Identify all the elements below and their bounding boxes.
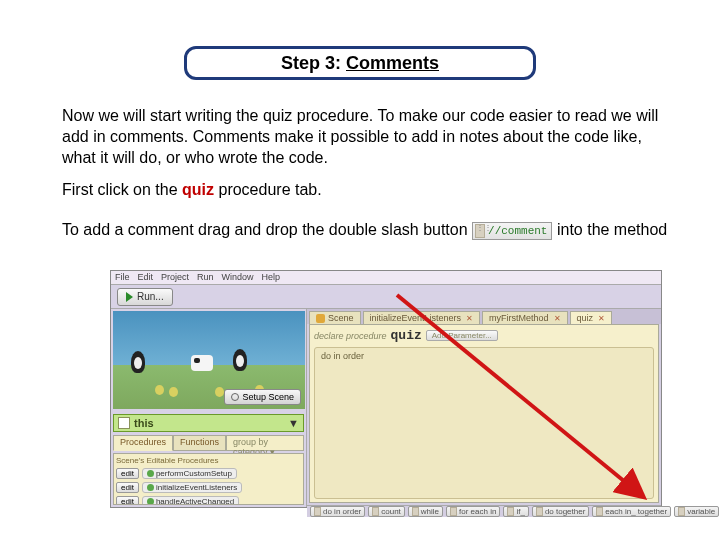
palette-if[interactable]: if_ xyxy=(503,506,528,517)
edit-button[interactable]: edit xyxy=(116,468,139,479)
scene-preview: Setup Scene xyxy=(113,311,305,409)
scene-icon xyxy=(316,314,325,323)
chevron-down-icon: ▼ xyxy=(288,417,299,429)
menu-item[interactable]: Run xyxy=(197,272,214,283)
tab-procedures[interactable]: Procedures xyxy=(113,435,173,451)
palette-count[interactable]: count xyxy=(368,506,405,517)
menu-item[interactable]: Window xyxy=(222,272,254,283)
procedure-list: Scene's Editable Procedures editperformC… xyxy=(113,453,304,505)
play-icon xyxy=(126,292,133,302)
edit-button[interactable]: edit xyxy=(116,482,139,493)
palette-do-together[interactable]: do together xyxy=(532,506,589,517)
quiz-word: quiz xyxy=(182,181,214,198)
menu-item[interactable]: Help xyxy=(262,272,281,283)
proc-row: editinitializeEventListeners xyxy=(116,481,301,494)
menu-item[interactable]: Edit xyxy=(138,272,154,283)
editor-tabs: Scene initializeEventListeners myFirstMe… xyxy=(307,309,661,324)
setup-scene-button[interactable]: Setup Scene xyxy=(224,389,301,405)
declare-line: declare procedure quiz Add Parameter... xyxy=(314,328,654,343)
step-label-prefix: Step 3: xyxy=(281,53,341,74)
intro-paragraph-2: First click on the quiz procedure tab. xyxy=(62,180,668,201)
tab-initialize-event-listeners[interactable]: initializeEventListeners xyxy=(363,311,481,324)
drag-grip-icon: ⋮⋮ xyxy=(475,224,485,238)
ide-right-panel: Scene initializeEventListeners myFirstMe… xyxy=(307,309,661,507)
step-label-word: Comments xyxy=(346,53,439,74)
palette-variable[interactable]: variable xyxy=(674,506,719,517)
proc-list-header: Scene's Editable Procedures xyxy=(116,456,301,465)
gear-icon xyxy=(231,393,239,401)
tab-functions[interactable]: Functions xyxy=(173,435,226,451)
add-parameter-button[interactable]: Add Parameter... xyxy=(426,330,498,341)
ide-menubar: File Edit Project Run Window Help xyxy=(111,271,661,285)
tab-scene[interactable]: Scene xyxy=(309,311,361,324)
comment-chip-inline: ⋮⋮ //comment xyxy=(472,222,552,240)
proc-pill[interactable]: performCustomSetup xyxy=(142,468,237,479)
edit-button[interactable]: edit xyxy=(116,496,139,505)
block-palette: do in order count while for each in if_ … xyxy=(307,505,661,517)
proc-row: edithandleActiveChanged xyxy=(116,495,301,505)
proc-pill[interactable]: initializeEventListeners xyxy=(142,482,242,493)
palette-do-in-order[interactable]: do in order xyxy=(310,506,365,517)
palette-while[interactable]: while xyxy=(408,506,443,517)
palette-for-each-in[interactable]: for each in xyxy=(446,506,500,517)
run-button[interactable]: Run... xyxy=(117,288,173,306)
intro-paragraph-1: Now we will start writing the quiz proce… xyxy=(62,106,668,168)
cow-icon xyxy=(191,355,213,371)
proc-pill[interactable]: handleActiveChanged xyxy=(142,496,239,505)
proc-row: editperformCustomSetup xyxy=(116,467,301,480)
tab-my-first-method[interactable]: myFirstMethod xyxy=(482,311,568,324)
do-in-order-block[interactable]: do in order xyxy=(314,347,654,499)
menu-item[interactable]: File xyxy=(115,272,130,283)
code-editor[interactable]: declare procedure quiz Add Parameter... … xyxy=(309,324,659,503)
step-banner: Step 3: Comments xyxy=(184,46,536,80)
ide-toolbar: Run... xyxy=(111,285,661,309)
palette-each-in-together[interactable]: each in_ together xyxy=(592,506,671,517)
menu-item[interactable]: Project xyxy=(161,272,189,283)
group-by-dropdown[interactable]: group by category ▾ xyxy=(226,435,304,451)
this-selector[interactable]: this ▼ xyxy=(113,414,304,432)
object-icon xyxy=(118,417,130,429)
ide-screenshot: File Edit Project Run Window Help Run...… xyxy=(110,270,662,508)
proc-func-tabs: Procedures Functions group by category ▾ xyxy=(113,435,304,451)
ide-left-panel: Setup Scene this ▼ Procedures Functions … xyxy=(111,309,307,507)
tab-quiz[interactable]: quiz xyxy=(570,311,613,324)
intro-paragraph-3: To add a comment drag and drop the doubl… xyxy=(62,220,668,241)
